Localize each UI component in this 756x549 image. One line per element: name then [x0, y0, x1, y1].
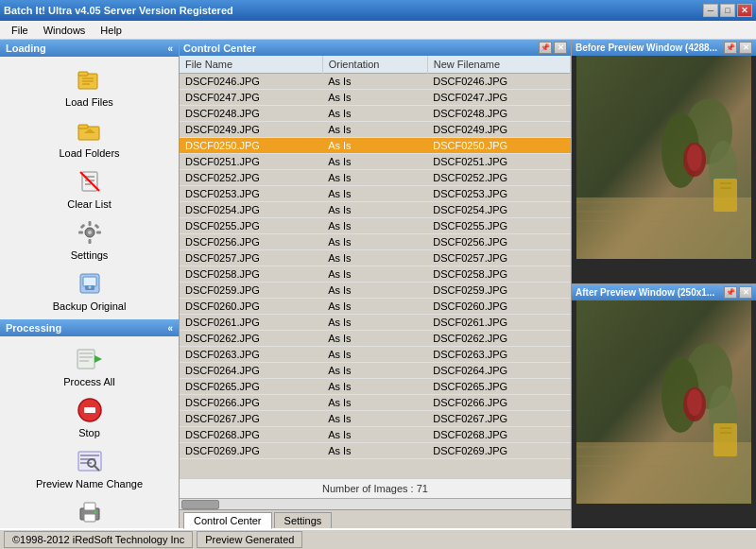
cell-orientation: As Is — [322, 218, 427, 234]
table-row[interactable]: DSCF0249.JPG As Is DSCF0249.JPG — [180, 122, 571, 138]
before-preview-title: Before Preview Window (4288... — [576, 43, 717, 53]
table-row[interactable]: DSCF0252.JPG As Is DSCF0252.JPG — [180, 170, 571, 186]
process-all-item[interactable]: Process All — [0, 340, 179, 391]
svg-rect-19 — [94, 224, 99, 230]
load-folders-label: Load Folders — [59, 147, 119, 159]
cell-filename: DSCF0256.JPG — [180, 234, 322, 250]
svg-rect-15 — [88, 239, 91, 244]
cell-newfilename: DSCF0257.JPG — [427, 250, 570, 266]
after-preview-pin-btn[interactable]: 📌 — [724, 286, 737, 299]
cell-filename: DSCF0257.JPG — [180, 250, 322, 266]
table-row[interactable]: DSCF0265.JPG As Is DSCF0265.JPG — [180, 379, 571, 395]
svg-rect-17 — [96, 232, 101, 234]
table-row[interactable]: DSCF0257.JPG As Is DSCF0257.JPG — [180, 250, 571, 266]
app-title: Batch It! Ultra v4.05 Server Version Reg… — [4, 5, 233, 16]
cell-orientation: As Is — [322, 250, 427, 266]
menu-windows[interactable]: Windows — [36, 23, 94, 38]
table-footer: Number of Images : 71 — [180, 478, 571, 498]
settings-item[interactable]: Settings — [0, 214, 179, 265]
table-row[interactable]: DSCF0248.JPG As Is DSCF0248.JPG — [180, 106, 571, 122]
menu-help[interactable]: Help — [93, 23, 129, 38]
cell-orientation: As Is — [322, 122, 427, 138]
stop-item[interactable]: Stop — [0, 391, 179, 442]
cell-newfilename: DSCF0260.JPG — [427, 299, 570, 315]
before-preview-pin-btn[interactable]: 📌 — [724, 42, 737, 54]
table-row[interactable]: DSCF0247.JPG As Is DSCF0247.JPG — [180, 90, 571, 106]
maximize-button[interactable]: □ — [720, 4, 735, 17]
control-center-controls: 📌 ✕ — [539, 42, 567, 54]
cell-newfilename: DSCF0255.JPG — [427, 218, 570, 234]
table-row[interactable]: DSCF0269.JPG As Is DSCF0269.JPG — [180, 443, 571, 459]
svg-rect-2 — [82, 77, 94, 79]
cell-orientation: As Is — [322, 299, 427, 315]
tab-settings[interactable]: Settings — [274, 512, 333, 528]
preview-name-change-label: Preview Name Change — [36, 478, 143, 489]
minimize-button[interactable]: ─ — [703, 4, 718, 17]
clear-list-item[interactable]: Clear List — [0, 163, 179, 214]
svg-point-23 — [88, 286, 91, 289]
table-row[interactable]: DSCF0251.JPG As Is DSCF0251.JPG — [180, 154, 571, 170]
before-preview-close-btn[interactable]: ✕ — [739, 42, 752, 54]
cell-orientation: As Is — [322, 186, 427, 202]
horizontal-scrollbar[interactable] — [180, 498, 571, 509]
table-row[interactable]: DSCF0264.JPG As Is DSCF0264.JPG — [180, 363, 571, 379]
table-row[interactable]: DSCF0261.JPG As Is DSCF0261.JPG — [180, 315, 571, 331]
print-image-only-item[interactable]: Print Image Only — [0, 493, 179, 528]
cell-filename: DSCF0259.JPG — [180, 283, 322, 299]
table-row[interactable]: DSCF0263.JPG As Is DSCF0263.JPG — [180, 347, 571, 363]
cell-newfilename: DSCF0259.JPG — [427, 283, 570, 299]
svg-rect-4 — [82, 83, 90, 85]
close-button[interactable]: ✕ — [737, 4, 752, 17]
control-center-close-btn[interactable]: ✕ — [554, 42, 567, 54]
clear-list-label: Clear List — [67, 198, 111, 210]
table-row[interactable]: DSCF0246.JPG As Is DSCF0246.JPG — [180, 74, 571, 90]
backup-original-item[interactable]: Backup Original — [0, 265, 179, 316]
table-row[interactable]: DSCF0262.JPG As Is DSCF0262.JPG — [180, 331, 571, 347]
cell-orientation: As Is — [322, 347, 427, 363]
after-preview-close-btn[interactable]: ✕ — [739, 286, 752, 299]
table-header-row: File Name Orientation New Filename — [180, 56, 571, 74]
processing-collapse-btn[interactable]: « — [167, 323, 173, 334]
loading-collapse-btn[interactable]: « — [167, 43, 173, 54]
cell-filename: DSCF0262.JPG — [180, 331, 322, 347]
col-filename: File Name — [180, 56, 322, 74]
table-row[interactable]: DSCF0260.JPG As Is DSCF0260.JPG — [180, 299, 571, 315]
control-center-pin-btn[interactable]: 📌 — [539, 42, 552, 54]
control-center-title: Control Center — [183, 43, 256, 54]
image-count: Number of Images : 71 — [322, 483, 428, 494]
cell-newfilename: DSCF0266.JPG — [427, 395, 570, 411]
table-row[interactable]: DSCF0250.JPG As Is DSCF0250.JPG — [180, 138, 571, 154]
table-row[interactable]: DSCF0258.JPG As Is DSCF0258.JPG — [180, 266, 571, 283]
cell-orientation: As Is — [322, 283, 427, 299]
cell-newfilename: DSCF0265.JPG — [427, 379, 570, 395]
tab-control-center[interactable]: Control Center — [183, 512, 272, 529]
table-row[interactable]: DSCF0267.JPG As Is DSCF0267.JPG — [180, 411, 571, 427]
cell-orientation: As Is — [322, 74, 427, 90]
cell-newfilename: DSCF0261.JPG — [427, 315, 570, 331]
svg-rect-21 — [83, 277, 96, 286]
cell-filename: DSCF0248.JPG — [180, 106, 322, 122]
cell-orientation: As Is — [322, 138, 427, 154]
load-files-item[interactable]: Load Files — [0, 60, 179, 112]
table-row[interactable]: DSCF0266.JPG As Is DSCF0266.JPG — [180, 395, 571, 411]
table-row[interactable]: DSCF0256.JPG As Is DSCF0256.JPG — [180, 234, 571, 250]
table-row[interactable]: DSCF0259.JPG As Is DSCF0259.JPG — [180, 283, 571, 299]
file-table[interactable]: File Name Orientation New Filename DSCF0… — [180, 56, 571, 478]
cell-filename: DSCF0267.JPG — [180, 411, 322, 427]
table-row[interactable]: DSCF0268.JPG As Is DSCF0268.JPG — [180, 427, 571, 443]
cell-newfilename: DSCF0247.JPG — [427, 90, 570, 106]
preview-name-change-item[interactable]: Preview Name Change — [0, 442, 179, 493]
table-row[interactable]: DSCF0253.JPG As Is DSCF0253.JPG — [180, 186, 571, 202]
svg-rect-14 — [88, 221, 91, 226]
menu-file[interactable]: File — [4, 23, 36, 38]
table-row[interactable]: DSCF0254.JPG As Is DSCF0254.JPG — [180, 202, 571, 218]
svg-rect-26 — [79, 356, 93, 358]
svg-rect-30 — [84, 407, 95, 413]
table-row[interactable]: DSCF0255.JPG As Is DSCF0255.JPG — [180, 218, 571, 234]
load-folders-item[interactable]: Load Folders — [0, 112, 179, 163]
svg-rect-18 — [79, 224, 85, 230]
backup-original-label: Backup Original — [53, 300, 127, 312]
svg-rect-16 — [78, 232, 83, 234]
cell-newfilename: DSCF0254.JPG — [427, 202, 570, 218]
svg-rect-34 — [80, 462, 92, 464]
